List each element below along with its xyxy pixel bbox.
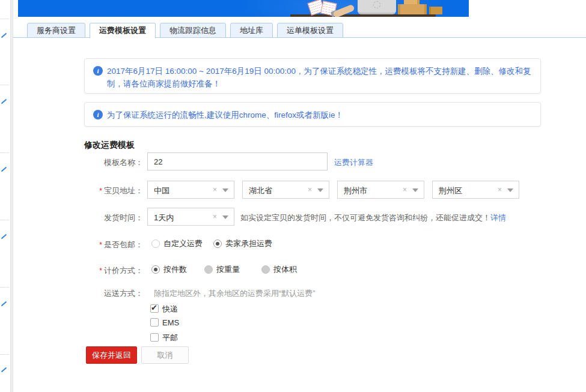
details-link[interactable]: 详情 xyxy=(490,213,506,222)
tab-address-book[interactable]: 地址库 xyxy=(230,23,273,38)
tab-logistics-tracking[interactable]: 物流跟踪信息 xyxy=(160,23,226,38)
clipped-sidebar-icon xyxy=(1,234,7,240)
select-value: 荆州区 xyxy=(439,185,462,196)
item-address-label: *宝贝地址： xyxy=(60,185,143,196)
banner-boxes-illustration xyxy=(398,4,427,14)
required-asterisk: * xyxy=(99,241,102,249)
strip-divider xyxy=(0,19,9,19)
clear-icon[interactable]: × xyxy=(213,185,217,194)
chevron-down-icon[interactable] xyxy=(507,188,513,192)
clear-icon[interactable]: × xyxy=(308,185,312,194)
checkbox-icon[interactable] xyxy=(150,318,159,327)
page: 服务商设置 运费模板设置 物流跟踪信息 地址库 运单模板设置 i 2017年6月… xyxy=(0,0,586,392)
pricing-method-label: *计价方式： xyxy=(60,265,143,276)
radio-by-piece[interactable]: 按件数 xyxy=(151,264,187,275)
shipping-method-hint: 除指定地区外，其余地区的运费采用“默认运费” xyxy=(154,288,316,299)
select-value: 1天内 xyxy=(154,213,174,223)
checkbox-surface-mail[interactable]: 平邮 xyxy=(150,333,178,343)
strip-divider xyxy=(0,152,9,153)
select-value: 中国 xyxy=(154,185,169,196)
select-value: 荆州市 xyxy=(344,185,367,196)
clipped-sidebar-icon xyxy=(1,301,7,307)
checkbox-icon[interactable] xyxy=(150,304,159,313)
chevron-down-icon[interactable] xyxy=(222,216,228,219)
radio-icon[interactable] xyxy=(151,265,160,274)
template-name-label: 模板名称： xyxy=(60,157,143,168)
radio-icon[interactable] xyxy=(213,240,222,248)
clipped-sidebar-icon xyxy=(1,167,7,172)
tab-shipping-template-settings[interactable]: 运费模板设置 xyxy=(90,23,156,38)
clear-icon[interactable]: × xyxy=(213,213,217,221)
clear-icon[interactable]: × xyxy=(498,185,502,194)
strip-divider xyxy=(0,220,9,220)
page-title: 修改运费模板 xyxy=(84,140,135,151)
chevron-down-icon[interactable] xyxy=(222,188,228,192)
delivery-time-select[interactable]: 1天内 × xyxy=(147,208,234,226)
radio-by-volume[interactable]: 按体积 xyxy=(261,264,297,275)
clipped-sidebar-icon xyxy=(1,367,7,373)
select-value: 湖北省 xyxy=(249,185,272,196)
address-country-select[interactable]: 中国 × xyxy=(147,181,234,199)
address-district-select[interactable]: 荆州区 × xyxy=(432,181,519,199)
info-icon: i xyxy=(93,110,103,119)
tab-service-provider-settings[interactable]: 服务商设置 xyxy=(27,23,85,38)
template-name-input[interactable] xyxy=(147,152,328,170)
freight-calculator-link[interactable]: 运费计算器 xyxy=(334,157,373,168)
browser-recommendation-alert: i 为了保证系统运行的流畅性,建议使用chrome、firefox或者新版ie！ xyxy=(84,102,541,127)
chevron-down-icon[interactable] xyxy=(317,188,323,192)
top-banner xyxy=(18,0,469,17)
save-and-return-button[interactable]: 保存并返回 xyxy=(86,346,137,364)
info-icon: i xyxy=(93,66,103,76)
banner-boxes-illustration xyxy=(429,7,442,14)
required-asterisk: * xyxy=(99,187,102,195)
checkbox-icon[interactable] xyxy=(150,333,159,342)
radio-seller-pays-freight[interactable]: 卖家承担运费 xyxy=(213,238,272,249)
alert-text: 为了保证系统运行的流畅性,建议使用chrome、firefox或者新版ie！ xyxy=(107,109,532,121)
system-maintenance-alert: i 2017年6月17日 16:00:00 ~ 2017年6月19日 00:00… xyxy=(84,58,541,94)
clipped-sidebar-icon xyxy=(1,99,7,104)
cancel-button[interactable]: 取消 xyxy=(141,346,189,364)
radio-icon[interactable] xyxy=(151,240,160,248)
clear-icon[interactable]: × xyxy=(403,185,407,194)
strip-divider xyxy=(0,287,9,288)
alert-text: 2017年6月17日 16:00:00 ~ 2017年6月19日 00:00:0… xyxy=(107,65,532,90)
delivery-time-label: 发货时间： xyxy=(60,213,143,223)
radio-custom-freight[interactable]: 自定义运费 xyxy=(151,238,203,249)
left-divider-bar xyxy=(10,0,13,392)
radio-icon xyxy=(204,265,213,274)
radio-by-weight[interactable]: 按重量 xyxy=(204,264,240,275)
clipped-sidebar-icon xyxy=(1,33,7,38)
checkbox-ems[interactable]: EMS xyxy=(150,318,179,327)
address-city-select[interactable]: 荆州市 × xyxy=(337,181,424,199)
free-shipping-label: *是否包邮： xyxy=(60,240,143,250)
checkbox-express[interactable]: 快递 xyxy=(150,304,178,315)
strip-divider xyxy=(0,354,9,355)
banner-boxes-illustration xyxy=(404,0,420,4)
required-asterisk: * xyxy=(99,267,102,275)
banner-laptop-illustration xyxy=(358,0,396,14)
tab-bar: 服务商设置 运费模板设置 物流跟踪信息 地址库 运单模板设置 xyxy=(27,23,343,38)
delivery-time-hint: 如实设定宝贝的发货时间，不仅可避免发货咨询和纠纷，还能促进成交！详情 xyxy=(240,213,506,223)
address-province-select[interactable]: 湖北省 × xyxy=(242,181,329,199)
chevron-down-icon[interactable] xyxy=(412,188,418,192)
shipping-method-label: 运送方式： xyxy=(60,288,143,299)
strip-divider xyxy=(0,85,9,85)
radio-icon xyxy=(261,265,270,274)
tab-waybill-template-settings[interactable]: 运单模板设置 xyxy=(277,23,343,38)
